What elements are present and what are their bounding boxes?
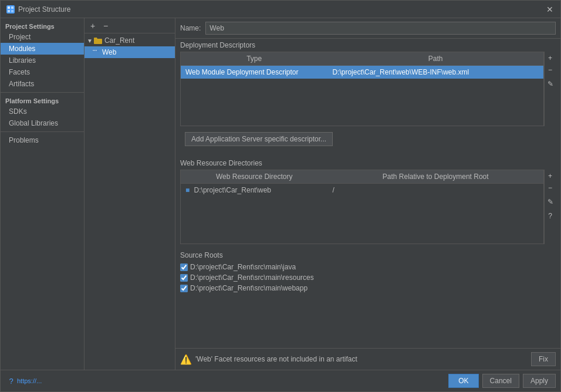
platform-settings-label: Platform Settings bbox=[1, 95, 84, 106]
help-wr-button[interactable]: ? bbox=[545, 211, 556, 221]
bottom-bar: ? https://... OK Cancel Apply bbox=[1, 370, 560, 391]
sidebar: Project Settings Project Modules Librari… bbox=[1, 18, 85, 370]
source-root-0: D:\project\Car_Rent\src\main\java bbox=[180, 262, 556, 272]
descriptor-empty-space bbox=[181, 79, 543, 126]
path-column-header: Path bbox=[327, 52, 543, 65]
tree-toolbar: + − bbox=[85, 18, 175, 33]
svg-rect-2 bbox=[8, 10, 10, 12]
descriptor-sidebar: + − ✎ bbox=[544, 52, 556, 126]
wr-sidebar: + − ✎ ? bbox=[544, 170, 556, 244]
close-button[interactable]: ✕ bbox=[545, 5, 555, 14]
car-rent-label: Car_Rent bbox=[104, 36, 134, 45]
bottom-left: ? https://... bbox=[5, 375, 42, 387]
source-root-2-checkbox[interactable] bbox=[180, 285, 188, 292]
add-wr-button[interactable]: + bbox=[545, 171, 556, 181]
wr-dir-cell: ■ D:\project\Car_Rent\web bbox=[181, 184, 327, 196]
web-resource-header: Web Resource Directories bbox=[175, 157, 560, 170]
edit-descriptor-button[interactable]: ✎ bbox=[545, 79, 556, 89]
source-roots-section: Source Roots D:\project\Car_Rent\src\mai… bbox=[175, 249, 560, 296]
svg-point-5 bbox=[93, 50, 94, 51]
window-title: Project Structure bbox=[18, 5, 70, 13]
wr-dir-icon: ■ bbox=[185, 186, 190, 194]
sidebar-divider2 bbox=[1, 131, 84, 132]
source-root-0-label: D:\project\Car_Rent\src\main\java bbox=[190, 263, 296, 271]
folder-icon bbox=[94, 36, 102, 45]
remove-module-button[interactable]: − bbox=[100, 20, 111, 32]
remove-descriptor-button[interactable]: − bbox=[545, 65, 556, 75]
app-icon bbox=[6, 5, 15, 13]
svg-point-7 bbox=[96, 50, 97, 51]
deployment-table-header: Type Path bbox=[181, 52, 543, 66]
sidebar-item-modules[interactable]: Modules bbox=[1, 43, 84, 55]
tree-item-car-rent[interactable]: ▼ Car_Rent bbox=[85, 35, 175, 46]
add-descriptor-btn-row: Add Application Server specific descript… bbox=[175, 126, 560, 152]
apply-button[interactable]: Apply bbox=[523, 374, 556, 388]
web-resource-row[interactable]: ■ D:\project\Car_Rent\web / bbox=[181, 184, 543, 197]
deployment-descriptors-header: Deployment Descriptors bbox=[175, 39, 560, 52]
sidebar-item-facets[interactable]: Facets bbox=[1, 66, 84, 78]
tree-content: ▼ Car_Rent bbox=[85, 33, 175, 370]
main-content: Project Settings Project Modules Librari… bbox=[1, 18, 560, 370]
name-input[interactable] bbox=[205, 22, 556, 35]
source-roots-title: Source Roots bbox=[180, 251, 556, 259]
web-module-icon bbox=[92, 48, 100, 56]
wr-path-column-header: Path Relative to Deployment Root bbox=[327, 170, 543, 183]
deployment-table: Type Path Web Module Deployment Descript… bbox=[180, 52, 544, 126]
right-panel: Name: Deployment Descriptors Type Path W… bbox=[175, 18, 560, 370]
remove-wr-button[interactable]: − bbox=[545, 183, 556, 193]
right-panel-scroll: Deployment Descriptors Type Path Web Mod… bbox=[175, 39, 560, 348]
source-root-2: D:\project\Car_Rent\src\main\webapp bbox=[180, 283, 556, 293]
wr-relative-cell: / bbox=[327, 184, 543, 196]
warning-text: 'Web' Facet resources are not included i… bbox=[195, 355, 528, 363]
web-resource-section-content: Web Resource Directory Path Relative to … bbox=[180, 170, 556, 244]
project-structure-window: Project Structure ✕ Project Settings Pro… bbox=[0, 0, 561, 392]
add-app-server-descriptor-button[interactable]: Add Application Server specific descript… bbox=[185, 132, 333, 146]
source-root-1-checkbox[interactable] bbox=[180, 274, 188, 282]
help-button[interactable]: ? bbox=[5, 375, 17, 387]
title-bar: Project Structure ✕ bbox=[1, 1, 560, 18]
wr-dir-value: D:\project\Car_Rent\web bbox=[194, 186, 271, 194]
table-row[interactable]: Web Module Deployment Descriptor D:\proj… bbox=[181, 66, 543, 79]
web-resource-table-header: Web Resource Directory Path Relative to … bbox=[181, 170, 543, 184]
source-root-1: D:\project\Car_Rent\src\main\resources bbox=[180, 272, 556, 283]
add-descriptor-button[interactable]: + bbox=[545, 53, 556, 63]
type-column-header: Type bbox=[181, 52, 327, 65]
cancel-button[interactable]: Cancel bbox=[482, 374, 519, 388]
web-resource-table: Web Resource Directory Path Relative to … bbox=[180, 170, 544, 244]
source-root-2-label: D:\project\Car_Rent\src\main\webapp bbox=[190, 284, 307, 292]
sidebar-item-libraries[interactable]: Libraries bbox=[1, 55, 84, 66]
chevron-icon: ▼ bbox=[87, 38, 93, 44]
wr-empty-space bbox=[181, 197, 543, 244]
warning-bar: ⚠️ 'Web' Facet resources are not include… bbox=[175, 348, 560, 370]
sidebar-divider bbox=[1, 92, 84, 93]
title-bar-controls: ✕ bbox=[545, 5, 555, 14]
sidebar-item-global-libraries[interactable]: Global Libraries bbox=[1, 117, 84, 129]
tree-item-web[interactable]: Web bbox=[85, 46, 175, 58]
source-root-0-checkbox[interactable] bbox=[180, 263, 188, 271]
source-root-1-label: D:\project\Car_Rent\src\main\resources bbox=[190, 273, 314, 282]
name-label: Name: bbox=[180, 24, 201, 32]
title-bar-left: Project Structure bbox=[6, 5, 70, 13]
fix-button[interactable]: Fix bbox=[531, 352, 556, 366]
sidebar-item-problems[interactable]: Problems bbox=[1, 134, 84, 146]
warning-icon: ⚠️ bbox=[180, 354, 192, 365]
edit-wr-button[interactable]: ✎ bbox=[545, 197, 556, 207]
deployment-descriptors-section: Type Path Web Module Deployment Descript… bbox=[180, 52, 556, 126]
sidebar-item-sdks[interactable]: SDKs bbox=[1, 106, 84, 117]
svg-rect-3 bbox=[11, 10, 13, 12]
sidebar-item-artifacts[interactable]: Artifacts bbox=[1, 78, 84, 90]
tree-panel: + − ▼ Car_Rent bbox=[85, 18, 175, 370]
svg-point-6 bbox=[94, 50, 96, 51]
ok-button[interactable]: OK bbox=[448, 374, 478, 388]
svg-rect-1 bbox=[11, 6, 13, 9]
web-label: Web bbox=[102, 48, 116, 56]
bottom-right: OK Cancel Apply bbox=[448, 374, 556, 388]
sidebar-item-project[interactable]: Project bbox=[1, 31, 84, 43]
name-row: Name: bbox=[175, 18, 560, 39]
project-settings-label: Project Settings bbox=[1, 21, 84, 31]
add-module-button[interactable]: + bbox=[87, 20, 99, 32]
wr-dir-column-header: Web Resource Directory bbox=[181, 170, 327, 183]
descriptor-type: Web Module Deployment Descriptor bbox=[181, 66, 327, 78]
descriptor-path: D:\project\Car_Rent\web\WEB-INF\web.xml bbox=[327, 66, 543, 78]
link-text[interactable]: https://... bbox=[17, 377, 42, 384]
